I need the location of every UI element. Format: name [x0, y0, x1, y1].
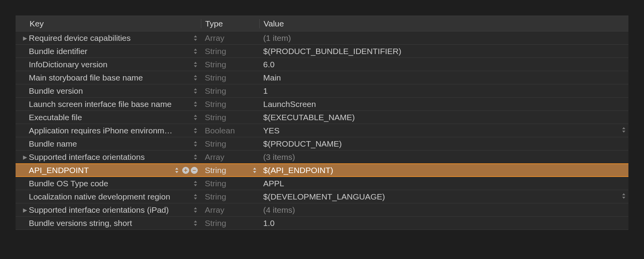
table-row[interactable]: Localization native development region+–… [16, 190, 628, 203]
value-cell[interactable]: LaunchScreen [259, 100, 628, 109]
stepper-icon[interactable] [193, 127, 198, 134]
key-cell[interactable]: Localization native development region+– [16, 192, 201, 201]
stepper-icon[interactable] [193, 61, 198, 68]
value-cell[interactable]: 1.0 [259, 219, 628, 228]
table-row[interactable]: Launch screen interface file base name+–… [16, 98, 628, 111]
value-cell[interactable]: $(PRODUCT_BUNDLE_IDENTIFIER) [259, 47, 628, 56]
remove-row-button[interactable]: – [191, 167, 198, 174]
table-row[interactable]: ▶Required device capabilities+–Array(1 i… [16, 32, 628, 45]
value-cell[interactable]: Main [259, 73, 628, 82]
type-cell[interactable]: Array [201, 33, 259, 43]
key-cell[interactable]: Executable file+– [16, 113, 201, 122]
table-row[interactable]: Bundle identifier+–String$(PRODUCT_BUNDL… [16, 45, 628, 58]
type-cell[interactable]: Array [201, 152, 259, 162]
value-cell[interactable]: 1 [259, 86, 628, 96]
type-cell[interactable]: String [201, 100, 259, 109]
stepper-icon[interactable] [193, 206, 198, 214]
key-cell[interactable]: Application requires iPhone environm…+– [16, 126, 201, 135]
type-cell[interactable]: String [201, 219, 259, 228]
value-cell[interactable]: $(API_ENDPOINT) [259, 166, 628, 175]
table-row[interactable]: Bundle version+–String1 [16, 84, 628, 98]
type-cell[interactable]: String [201, 47, 259, 56]
key-label: Bundle versions string, short [29, 219, 132, 228]
stepper-icon[interactable] [193, 74, 198, 81]
table-row[interactable]: Bundle versions string, short+–String1.0 [16, 217, 628, 230]
value-cell[interactable]: $(DEVELOPMENT_LANGUAGE) [259, 192, 628, 201]
table-row[interactable]: ▶Supported interface orientations+–Array… [16, 150, 628, 164]
key-cell[interactable]: Main storyboard file base name+– [16, 73, 201, 82]
value-label: $(PRODUCT_NAME) [263, 139, 342, 149]
type-cell[interactable]: String [201, 86, 259, 96]
table-row[interactable]: API_ENDPOINT+–String$(API_ENDPOINT) [16, 164, 628, 177]
stepper-icon[interactable] [193, 88, 198, 94]
value-cell[interactable]: (4 items) [259, 205, 628, 215]
stepper-icon[interactable] [621, 192, 626, 201]
stepper-icon[interactable] [174, 167, 179, 174]
key-cell[interactable]: Bundle name+– [16, 139, 201, 149]
stepper-icon[interactable] [193, 154, 198, 161]
type-label: String [205, 139, 226, 149]
disclosure-triangle-icon[interactable]: ▶ [21, 154, 29, 160]
table-header: Key Type Value [16, 16, 628, 32]
stepper-icon[interactable] [193, 114, 198, 121]
value-cell[interactable]: (3 items) [259, 152, 628, 162]
key-cell[interactable]: Bundle version+– [16, 86, 201, 96]
stepper-icon[interactable] [193, 180, 198, 187]
table-row[interactable]: Bundle name+–String$(PRODUCT_NAME) [16, 137, 628, 150]
type-cell[interactable]: String [201, 166, 259, 175]
type-cell[interactable]: Boolean [201, 126, 259, 135]
type-cell[interactable]: String [201, 113, 259, 122]
value-cell[interactable]: YES [259, 126, 628, 135]
key-label: Main storyboard file base name [29, 73, 143, 82]
value-cell[interactable]: $(PRODUCT_NAME) [259, 139, 628, 149]
table-row[interactable]: InfoDictionary version+–String6.0 [16, 58, 628, 71]
header-type[interactable]: Type [201, 19, 259, 28]
value-label: (4 items) [263, 205, 295, 215]
key-label: Supported interface orientations (iPad) [29, 205, 169, 215]
table-row[interactable]: ▶Supported interface orientations (iPad)… [16, 203, 628, 217]
stepper-icon[interactable] [193, 140, 198, 147]
stepper-icon[interactable] [193, 220, 198, 227]
table-row[interactable]: Bundle OS Type code+–StringAPPL [16, 177, 628, 190]
value-cell[interactable]: APPL [259, 179, 628, 188]
key-label: Localization native development region [29, 192, 170, 201]
type-cell[interactable]: String [201, 192, 259, 201]
disclosure-triangle-icon[interactable]: ▶ [21, 207, 29, 213]
key-cell[interactable]: API_ENDPOINT+– [16, 166, 201, 175]
table-row[interactable]: Application requires iPhone environm…+–B… [16, 124, 628, 137]
type-label: String [205, 113, 226, 122]
type-label: String [205, 73, 226, 82]
value-cell[interactable]: (1 item) [259, 33, 628, 43]
type-label: Array [205, 33, 224, 43]
stepper-icon[interactable] [193, 48, 198, 55]
key-cell[interactable]: Bundle identifier+– [16, 47, 201, 56]
key-cell[interactable]: ▶Required device capabilities+– [16, 33, 201, 43]
type-cell[interactable]: String [201, 179, 259, 188]
key-cell[interactable]: Bundle versions string, short+– [16, 219, 201, 228]
value-cell[interactable]: 6.0 [259, 60, 628, 69]
stepper-icon[interactable] [621, 126, 626, 135]
type-cell[interactable]: String [201, 73, 259, 82]
header-key[interactable]: Key [16, 19, 201, 28]
type-label: String [205, 192, 226, 201]
stepper-icon[interactable] [193, 101, 198, 108]
key-cell[interactable]: InfoDictionary version+– [16, 60, 201, 69]
key-cell[interactable]: ▶Supported interface orientations+– [16, 152, 201, 162]
key-cell[interactable]: ▶Supported interface orientations (iPad)… [16, 205, 201, 215]
stepper-icon[interactable] [252, 167, 257, 174]
stepper-icon[interactable] [193, 35, 198, 42]
stepper-icon[interactable] [193, 193, 198, 200]
table-row[interactable]: Main storyboard file base name+–StringMa… [16, 71, 628, 84]
value-label: 6.0 [263, 60, 274, 69]
plist-editor: Key Type Value ▶Required device capabili… [0, 0, 644, 259]
type-cell[interactable]: String [201, 60, 259, 69]
add-row-button[interactable]: + [182, 167, 189, 174]
table-row[interactable]: Executable file+–String$(EXECUTABLE_NAME… [16, 111, 628, 124]
type-cell[interactable]: Array [201, 205, 259, 215]
key-cell[interactable]: Bundle OS Type code+– [16, 179, 201, 188]
value-cell[interactable]: $(EXECUTABLE_NAME) [259, 113, 628, 122]
type-cell[interactable]: String [201, 139, 259, 149]
disclosure-triangle-icon[interactable]: ▶ [21, 35, 29, 41]
key-cell[interactable]: Launch screen interface file base name+– [16, 100, 201, 109]
header-value[interactable]: Value [259, 19, 628, 28]
